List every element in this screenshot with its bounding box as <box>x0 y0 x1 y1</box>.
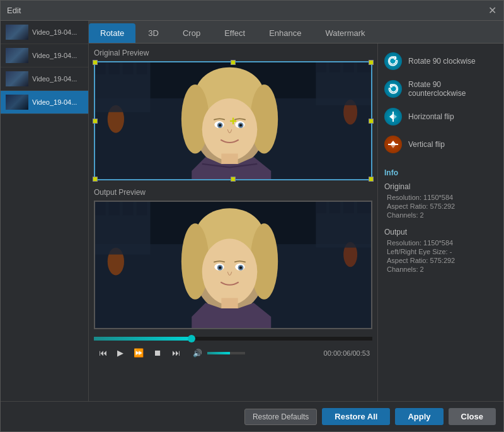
sidebar-thumb-2 <box>6 48 28 63</box>
preview-area: Original Preview <box>89 44 377 401</box>
hflip-icon <box>384 108 402 126</box>
sidebar-thumb-4 <box>6 95 28 110</box>
crop-handle-rm[interactable] <box>369 119 374 124</box>
fast-forward-button[interactable]: ⏩ <box>131 347 146 359</box>
sidebar-label-2: Video_19-04... <box>32 52 77 59</box>
sidebar-item-3[interactable]: Video_19-04... <box>1 67 88 91</box>
sidebar-item-4[interactable]: Video_19-04... <box>1 91 88 114</box>
volume-fill <box>207 352 230 354</box>
sidebar-thumb-1 <box>6 25 28 40</box>
rotate-ccw-label: Rotate 90 counterclockwise <box>408 80 497 98</box>
original-aspect-ratio: Aspect Ratio: 575:292 <box>384 202 497 210</box>
close-button[interactable]: Close <box>449 408 496 425</box>
play-button[interactable]: ▶ <box>115 347 126 359</box>
crop-handle-lm[interactable] <box>93 119 98 124</box>
rotate-cw-svg <box>387 55 399 67</box>
crop-handle-bm[interactable] <box>231 177 236 182</box>
output-channels: Channels: 2 <box>384 266 497 273</box>
svg-rect-19 <box>109 62 119 74</box>
rotate-cw-icon <box>384 52 402 70</box>
svg-point-39 <box>219 266 221 269</box>
svg-rect-44 <box>95 202 105 215</box>
vflip-icon <box>384 136 402 153</box>
sidebar-item-1[interactable]: Video_19-04... <box>1 21 88 44</box>
sidebar-thumb-3 <box>6 71 28 86</box>
window-title: Edit <box>7 6 21 15</box>
svg-rect-20 <box>123 62 133 74</box>
stop-button[interactable]: ⏹ <box>151 347 164 359</box>
original-channels: Channels: 2 <box>384 211 497 219</box>
skip-forward-button[interactable]: ⏭ <box>169 347 183 359</box>
svg-point-34 <box>202 238 258 305</box>
rotate-ccw-svg <box>387 83 399 95</box>
svg-point-40 <box>239 266 242 269</box>
time-display: 00:00:06/00:53 <box>324 349 370 357</box>
hflip-svg <box>387 110 399 123</box>
volume-slider[interactable] <box>207 352 245 354</box>
crop-handle-tl[interactable] <box>93 60 98 65</box>
vflip-button[interactable]: Vertical flip <box>384 133 497 156</box>
sidebar-label-4: Video_19-04... <box>32 98 77 106</box>
tab-enhance[interactable]: Enhance <box>258 23 312 43</box>
crop-handle-tm[interactable] <box>231 60 236 65</box>
crosshair: + <box>229 114 237 128</box>
tab-crop[interactable]: Crop <box>171 23 212 43</box>
restore-defaults-button[interactable]: Restore Defaults <box>244 409 317 425</box>
output-aspect-ratio: Aspect Ratio: 575:292 <box>384 257 497 264</box>
output-info-title: Output <box>384 228 497 236</box>
progress-bar-thumb[interactable] <box>188 335 195 342</box>
tab-watermark[interactable]: Watermark <box>314 23 376 43</box>
output-preview-label: Output Preview <box>94 188 372 197</box>
info-section-title: Info <box>384 168 497 177</box>
sidebar: Video_19-04... Video_19-04... Video_19-0… <box>1 21 89 401</box>
apply-button[interactable]: Apply <box>395 408 443 425</box>
hflip-button[interactable]: Horizontal flip <box>384 105 497 128</box>
title-bar: Edit ✕ <box>1 1 503 21</box>
output-info-group: Output Resolution: 1150*584 Left/Right E… <box>384 228 497 273</box>
svg-rect-23 <box>329 62 340 72</box>
sidebar-item-2[interactable]: Video_19-04... <box>1 44 88 67</box>
output-eye-size: Left/Right Eye Size: - <box>384 248 497 255</box>
rotate-ccw-icon <box>384 80 402 98</box>
sidebar-label-1: Video_19-04... <box>32 28 77 36</box>
edit-window: Edit ✕ Video_19-04... Video_19-04... <box>0 0 504 432</box>
sidebar-label-3: Video_19-04... <box>32 75 77 83</box>
skip-back-button[interactable]: ⏮ <box>96 347 110 359</box>
output-resolution: Resolution: 1150*584 <box>384 239 497 247</box>
svg-rect-48 <box>316 202 326 213</box>
window-close-button[interactable]: ✕ <box>487 6 497 16</box>
svg-rect-22 <box>316 62 326 72</box>
crop-handle-bl[interactable] <box>93 177 98 182</box>
svg-rect-47 <box>137 202 147 215</box>
hflip-label: Horizontal flip <box>408 112 454 121</box>
restore-all-button[interactable]: Restore All <box>322 408 390 425</box>
original-info-group: Original Resolution: 1150*584 Aspect Rat… <box>384 182 497 219</box>
tab-3d[interactable]: 3D <box>137 23 170 43</box>
video-controls: ⏮ ▶ ⏩ ⏹ ⏭ 🔊 00:00:06/00:53 <box>94 343 372 363</box>
svg-rect-46 <box>123 202 133 215</box>
tab-rotate[interactable]: Rotate <box>89 23 135 43</box>
bottom-bar: Restore Defaults Restore All Apply Close <box>1 401 503 431</box>
crop-handle-br[interactable] <box>369 177 374 182</box>
crop-handle-tr[interactable] <box>369 60 374 65</box>
svg-point-13 <box>219 124 221 126</box>
tab-effect[interactable]: Effect <box>213 23 256 43</box>
rotate-cw-label: Rotate 90 clockwise <box>408 57 476 66</box>
svg-rect-24 <box>343 62 353 72</box>
output-video <box>95 202 371 328</box>
title-bar-left: Edit <box>7 6 21 15</box>
volume-icon: 🔊 <box>193 349 202 358</box>
rotate-ccw-button[interactable]: Rotate 90 counterclockwise <box>384 78 497 100</box>
progress-bar-fill <box>94 337 192 341</box>
svg-point-8 <box>202 98 258 161</box>
rotate-cw-button[interactable]: Rotate 90 clockwise <box>384 50 497 73</box>
output-preview-frame <box>94 201 372 329</box>
svg-rect-52 <box>392 112 394 122</box>
original-info-title: Original <box>384 182 497 191</box>
svg-rect-53 <box>388 144 398 145</box>
progress-bar[interactable] <box>94 337 372 341</box>
info-section: Info Original Resolution: 1150*584 Aspec… <box>384 168 497 273</box>
rotate-controls: Rotate 90 clockwise Rotate 90 counterclo… <box>384 50 497 156</box>
svg-point-14 <box>239 124 242 126</box>
svg-rect-21 <box>137 62 147 74</box>
